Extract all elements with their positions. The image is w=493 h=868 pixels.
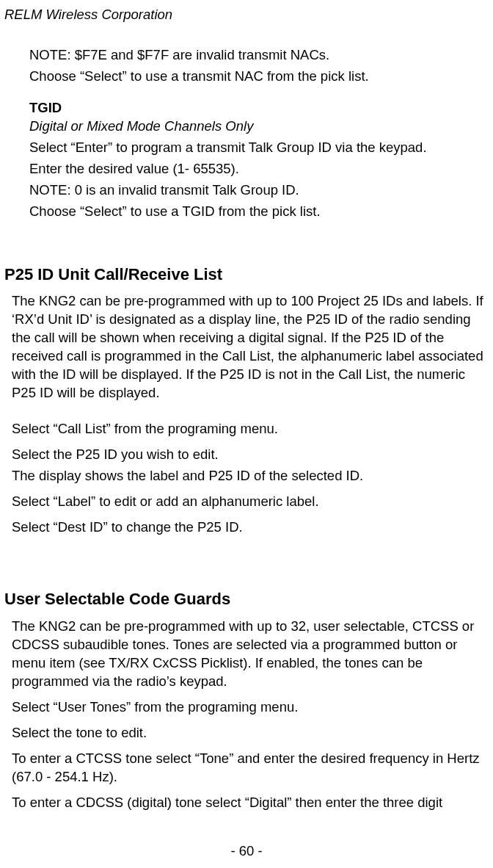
p25-step-label: Select “Label” to edit or add an alphanu… bbox=[12, 493, 486, 511]
page-number: - 60 - bbox=[0, 842, 493, 861]
nac-note-invalid: NOTE: $F7E and $F7F are invalid transmit… bbox=[29, 46, 489, 65]
p25-step-select-id-b: The display shows the label and P25 ID o… bbox=[12, 467, 486, 485]
p25-section-body: The KNG2 can be pre-programmed with up t… bbox=[4, 292, 489, 537]
user-tones-step-menu: Select “User Tones” from the programing … bbox=[12, 698, 486, 717]
tgid-heading: TGID bbox=[29, 99, 489, 117]
page-header-company: RELM Wireless Corporation bbox=[4, 6, 489, 24]
tgid-subtitle: Digital or Mixed Mode Channels Only bbox=[29, 117, 489, 136]
p25-step-destid: Select “Dest ID” to change the P25 ID. bbox=[12, 518, 486, 537]
p25-description: The KNG2 can be pre-programmed with up t… bbox=[12, 292, 486, 402]
user-tones-step-select: Select the tone to edit. bbox=[12, 724, 486, 742]
nac-select-note: Choose “Select” to use a transmit NAC fr… bbox=[29, 68, 489, 86]
tgid-select-note: Choose “Select” to use a TGID from the p… bbox=[29, 203, 489, 221]
tgid-enter-line: Select “Enter” to program a transmit Tal… bbox=[29, 139, 489, 157]
tgid-invalid-note: NOTE: 0 is an invalid transmit Talk Grou… bbox=[29, 181, 489, 200]
p25-section-title: P25 ID Unit Call/Receive List bbox=[4, 264, 489, 286]
user-tones-description: The KNG2 can be pre-programmed with up t… bbox=[12, 618, 486, 691]
top-section: NOTE: $F7E and $F7F are invalid transmit… bbox=[4, 46, 489, 221]
tgid-value-range: Enter the desired value (1- 65535). bbox=[29, 160, 489, 178]
user-tones-section-body: The KNG2 can be pre-programmed with up t… bbox=[4, 618, 489, 812]
p25-step-select-id-a: Select the P25 ID you wish to edit. bbox=[12, 446, 486, 464]
user-tones-step-ctcss: To enter a CTCSS tone select “Tone” and … bbox=[12, 750, 486, 786]
user-tones-section-title: User Selectable Code Guards bbox=[4, 588, 489, 610]
user-tones-step-cdcss: To enter a CDCSS (digital) tone select “… bbox=[12, 794, 486, 812]
p25-step-calllist: Select “Call List” from the programing m… bbox=[12, 420, 486, 438]
